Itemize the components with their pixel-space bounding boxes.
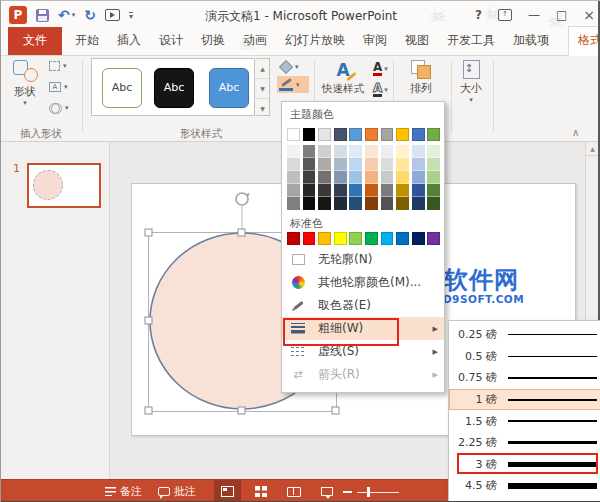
color-swatch[interactable] (365, 184, 378, 197)
weight-option-1磅[interactable]: 1 磅 (449, 389, 600, 411)
color-swatch[interactable] (396, 145, 409, 158)
tab-切换[interactable]: 切换 (192, 27, 234, 55)
notes-button[interactable]: 备注 (105, 480, 142, 502)
color-swatch[interactable] (303, 145, 316, 158)
menu-item-more-outline-colors[interactable]: 其他轮廓颜色(M)... (282, 271, 444, 294)
color-swatch[interactable] (365, 128, 378, 141)
resize-handle[interactable] (145, 407, 152, 414)
color-swatch[interactable] (396, 128, 409, 141)
color-swatch[interactable] (318, 158, 331, 171)
shape-fill-button[interactable]: ▾ (277, 59, 309, 75)
shape-style-chip[interactable]: Abc (154, 68, 194, 108)
gallery-up-icon[interactable]: ▲ (256, 59, 269, 79)
merge-shapes-button[interactable]: ▾ (49, 103, 69, 112)
color-swatch[interactable] (381, 197, 394, 210)
color-swatch[interactable] (427, 158, 440, 171)
color-swatch[interactable] (396, 184, 409, 197)
resize-handle[interactable] (238, 407, 245, 414)
color-swatch[interactable] (334, 145, 347, 158)
edit-shape-button[interactable]: ▾ (49, 61, 67, 71)
zoom-slider-thumb[interactable] (367, 487, 370, 497)
color-swatch[interactable] (412, 197, 425, 210)
color-swatch[interactable] (287, 128, 300, 141)
color-swatch[interactable] (303, 184, 316, 197)
color-swatch[interactable] (349, 128, 362, 141)
tab-审阅[interactable]: 审阅 (354, 27, 396, 55)
text-fill-button[interactable]: A ▾ (373, 62, 388, 76)
tab-开发工具[interactable]: 开发工具 (438, 27, 504, 55)
color-swatch[interactable] (303, 171, 316, 184)
tab-设计[interactable]: 设计 (150, 27, 192, 55)
size-button[interactable]: 大小 ▾ (453, 60, 489, 104)
color-swatch[interactable] (318, 232, 331, 245)
tab-格式[interactable]: 格式 (568, 26, 600, 56)
color-swatch[interactable] (349, 145, 362, 158)
color-swatch[interactable] (303, 232, 316, 245)
color-swatch[interactable] (287, 232, 300, 245)
color-swatch[interactable] (287, 145, 300, 158)
menu-item-no-outline[interactable]: 无轮廓(N) (282, 248, 444, 271)
color-swatch[interactable] (334, 184, 347, 197)
color-swatch[interactable] (334, 197, 347, 210)
gallery-scrollbar[interactable]: ▲ ▼ ▼ (256, 58, 270, 116)
tab-开始[interactable]: 开始 (66, 27, 108, 55)
color-swatch[interactable] (427, 171, 440, 184)
color-swatch[interactable] (381, 158, 394, 171)
text-outline-button[interactable]: A ▾ (373, 83, 388, 97)
text-box-button[interactable]: A ▾ (49, 82, 68, 92)
reading-view-button[interactable] (280, 480, 307, 502)
gallery-more-icon[interactable]: ▼ (256, 99, 269, 118)
resize-handle[interactable] (238, 229, 245, 236)
color-swatch[interactable] (381, 232, 394, 245)
color-swatch[interactable] (349, 184, 362, 197)
tab-文件[interactable]: 文件 (8, 27, 62, 55)
color-swatch[interactable] (396, 197, 409, 210)
color-swatch[interactable] (303, 128, 316, 141)
color-swatch[interactable] (287, 158, 300, 171)
color-swatch[interactable] (412, 128, 425, 141)
color-swatch[interactable] (381, 145, 394, 158)
resize-handle[interactable] (332, 407, 339, 414)
quick-styles-button[interactable]: A 快速样式 (319, 60, 367, 96)
color-swatch[interactable] (412, 158, 425, 171)
color-swatch[interactable] (412, 184, 425, 197)
color-swatch[interactable] (318, 197, 331, 210)
color-swatch[interactable] (303, 197, 316, 210)
color-swatch[interactable] (412, 232, 425, 245)
slide-thumbnail[interactable] (27, 163, 101, 208)
color-swatch[interactable] (287, 184, 300, 197)
color-swatch[interactable] (334, 128, 347, 141)
shape-style-chip[interactable]: Abc (102, 68, 142, 108)
color-swatch[interactable] (349, 232, 362, 245)
color-swatch[interactable] (381, 128, 394, 141)
weight-option-0.75磅[interactable]: 0.75 磅 (449, 367, 600, 389)
zoom-slider-track[interactable] (357, 492, 399, 494)
color-swatch[interactable] (334, 232, 347, 245)
color-swatch[interactable] (396, 171, 409, 184)
shape-styles-gallery[interactable]: AbcAbcAbc (91, 58, 255, 116)
color-swatch[interactable] (318, 171, 331, 184)
tab-插入[interactable]: 插入 (108, 27, 150, 55)
weight-option-1.5磅[interactable]: 1.5 磅 (449, 410, 600, 432)
color-swatch[interactable] (287, 197, 300, 210)
color-swatch[interactable] (427, 128, 440, 141)
menu-item-eyedropper[interactable]: 取色器(E) (282, 294, 444, 317)
color-swatch[interactable] (349, 197, 362, 210)
color-swatch[interactable] (427, 197, 440, 210)
color-swatch[interactable] (349, 158, 362, 171)
color-swatch[interactable] (412, 145, 425, 158)
help-button[interactable]: ? (475, 8, 482, 22)
color-swatch[interactable] (303, 158, 316, 171)
comments-button[interactable]: 批注 (158, 480, 196, 502)
color-swatch[interactable] (287, 171, 300, 184)
color-swatch[interactable] (427, 184, 440, 197)
minimize-button[interactable]: — (528, 8, 540, 22)
rotate-handle[interactable] (236, 193, 248, 205)
weight-option-2.25磅[interactable]: 2.25 磅 (449, 432, 600, 454)
color-swatch[interactable] (365, 145, 378, 158)
color-swatch[interactable] (365, 197, 378, 210)
color-swatch[interactable] (365, 158, 378, 171)
normal-view-button[interactable] (214, 480, 241, 502)
tab-视图[interactable]: 视图 (396, 27, 438, 55)
color-swatch[interactable] (412, 171, 425, 184)
